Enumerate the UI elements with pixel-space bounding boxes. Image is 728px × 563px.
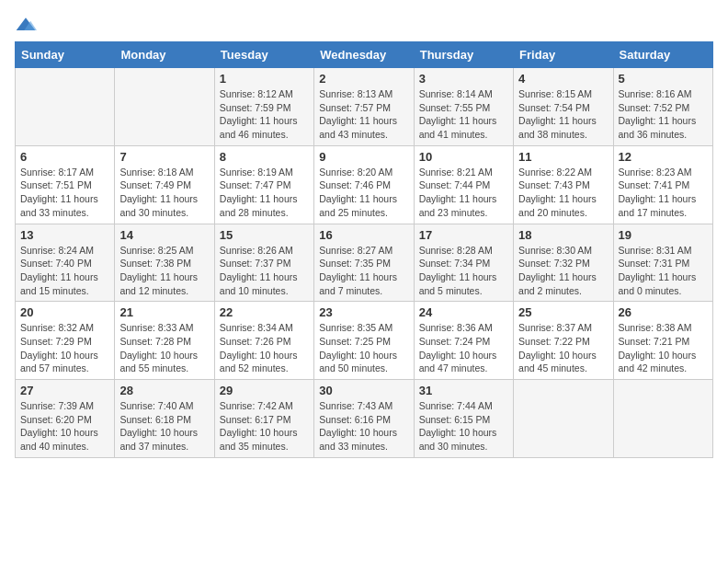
day-number: 25 [518, 305, 608, 319]
day-number: 10 [419, 150, 508, 164]
calendar-cell: 14Sunrise: 8:25 AM Sunset: 7:38 PM Dayli… [115, 224, 214, 302]
day-number: 8 [220, 150, 309, 164]
weekday-header-sunday: Sunday [16, 42, 115, 68]
calendar-cell: 2Sunrise: 8:13 AM Sunset: 7:57 PM Daylig… [314, 68, 414, 146]
calendar-cell [514, 380, 613, 458]
day-detail: Sunrise: 8:36 AM Sunset: 7:24 PM Dayligh… [419, 321, 508, 375]
day-number: 20 [20, 305, 109, 319]
logo [15, 15, 40, 34]
day-detail: Sunrise: 8:12 AM Sunset: 7:59 PM Dayligh… [220, 87, 309, 142]
calendar-cell: 24Sunrise: 8:36 AM Sunset: 7:24 PM Dayli… [414, 302, 513, 380]
calendar-cell: 29Sunrise: 7:42 AM Sunset: 6:17 PM Dayli… [214, 380, 313, 458]
week-row-1: 1Sunrise: 8:12 AM Sunset: 7:59 PM Daylig… [16, 68, 713, 146]
day-detail: Sunrise: 8:17 AM Sunset: 7:51 PM Dayligh… [20, 166, 109, 220]
day-number: 17 [419, 228, 508, 242]
week-row-3: 13Sunrise: 8:24 AM Sunset: 7:40 PM Dayli… [16, 224, 713, 302]
day-detail: Sunrise: 8:35 AM Sunset: 7:25 PM Dayligh… [319, 321, 408, 375]
day-number: 26 [619, 305, 708, 319]
calendar-cell: 30Sunrise: 7:43 AM Sunset: 6:16 PM Dayli… [314, 380, 414, 458]
logo-icon [15, 16, 37, 34]
calendar-cell: 31Sunrise: 7:44 AM Sunset: 6:15 PM Dayli… [414, 380, 513, 458]
day-number: 15 [220, 228, 309, 242]
weekday-header-row: SundayMondayTuesdayWednesdayThursdayFrid… [16, 42, 713, 68]
day-detail: Sunrise: 8:23 AM Sunset: 7:41 PM Dayligh… [619, 166, 708, 220]
day-detail: Sunrise: 8:28 AM Sunset: 7:34 PM Dayligh… [419, 244, 508, 298]
day-detail: Sunrise: 8:25 AM Sunset: 7:38 PM Dayligh… [119, 244, 209, 298]
calendar-cell: 26Sunrise: 8:38 AM Sunset: 7:21 PM Dayli… [613, 302, 712, 380]
day-detail: Sunrise: 8:14 AM Sunset: 7:55 PM Dayligh… [419, 87, 508, 142]
calendar-cell: 19Sunrise: 8:31 AM Sunset: 7:31 PM Dayli… [613, 224, 712, 302]
calendar-cell: 3Sunrise: 8:14 AM Sunset: 7:55 PM Daylig… [414, 68, 513, 146]
day-detail: Sunrise: 8:33 AM Sunset: 7:28 PM Dayligh… [119, 321, 209, 375]
day-detail: Sunrise: 8:18 AM Sunset: 7:49 PM Dayligh… [119, 166, 209, 220]
day-detail: Sunrise: 7:40 AM Sunset: 6:18 PM Dayligh… [119, 399, 209, 454]
day-number: 30 [319, 384, 408, 397]
calendar-cell: 27Sunrise: 7:39 AM Sunset: 6:20 PM Dayli… [16, 380, 115, 458]
day-detail: Sunrise: 7:43 AM Sunset: 6:16 PM Dayligh… [319, 399, 408, 454]
day-number: 7 [119, 150, 209, 164]
header [15, 15, 713, 34]
calendar-cell: 15Sunrise: 8:26 AM Sunset: 7:37 PM Dayli… [214, 224, 313, 302]
calendar-cell: 4Sunrise: 8:15 AM Sunset: 7:54 PM Daylig… [514, 68, 613, 146]
calendar-cell: 17Sunrise: 8:28 AM Sunset: 7:34 PM Dayli… [414, 224, 513, 302]
day-detail: Sunrise: 8:34 AM Sunset: 7:26 PM Dayligh… [220, 321, 309, 375]
day-number: 1 [220, 72, 309, 86]
day-detail: Sunrise: 8:19 AM Sunset: 7:47 PM Dayligh… [220, 166, 309, 220]
week-row-2: 6Sunrise: 8:17 AM Sunset: 7:51 PM Daylig… [16, 145, 713, 224]
day-number: 28 [119, 384, 209, 397]
day-detail: Sunrise: 8:21 AM Sunset: 7:44 PM Dayligh… [419, 166, 508, 220]
day-number: 11 [518, 150, 608, 164]
calendar-cell: 21Sunrise: 8:33 AM Sunset: 7:28 PM Dayli… [115, 302, 214, 380]
calendar-cell: 6Sunrise: 8:17 AM Sunset: 7:51 PM Daylig… [16, 145, 115, 224]
day-number: 13 [20, 228, 109, 242]
weekday-header-thursday: Thursday [414, 42, 513, 68]
day-detail: Sunrise: 7:42 AM Sunset: 6:17 PM Dayligh… [220, 399, 309, 454]
calendar-cell: 16Sunrise: 8:27 AM Sunset: 7:35 PM Dayli… [314, 224, 414, 302]
calendar-cell: 18Sunrise: 8:30 AM Sunset: 7:32 PM Dayli… [514, 224, 613, 302]
calendar-cell: 10Sunrise: 8:21 AM Sunset: 7:44 PM Dayli… [414, 145, 513, 224]
calendar-cell: 9Sunrise: 8:20 AM Sunset: 7:46 PM Daylig… [314, 145, 414, 224]
weekday-header-monday: Monday [115, 42, 214, 68]
day-number: 24 [419, 305, 508, 319]
day-detail: Sunrise: 8:37 AM Sunset: 7:22 PM Dayligh… [518, 321, 608, 375]
calendar-table: SundayMondayTuesdayWednesdayThursdayFrid… [15, 41, 713, 458]
day-number: 2 [319, 72, 408, 86]
calendar-cell [115, 68, 214, 146]
day-number: 14 [119, 228, 209, 242]
day-number: 9 [319, 150, 408, 164]
calendar-cell: 20Sunrise: 8:32 AM Sunset: 7:29 PM Dayli… [16, 302, 115, 380]
day-number: 18 [518, 228, 608, 242]
day-detail: Sunrise: 8:38 AM Sunset: 7:21 PM Dayligh… [619, 321, 708, 375]
day-number: 5 [619, 72, 708, 86]
day-detail: Sunrise: 8:27 AM Sunset: 7:35 PM Dayligh… [319, 244, 408, 298]
day-number: 22 [220, 305, 309, 319]
day-detail: Sunrise: 8:26 AM Sunset: 7:37 PM Dayligh… [220, 244, 309, 298]
weekday-header-wednesday: Wednesday [314, 42, 414, 68]
weekday-header-saturday: Saturday [613, 42, 712, 68]
calendar-cell: 11Sunrise: 8:22 AM Sunset: 7:43 PM Dayli… [514, 145, 613, 224]
day-detail: Sunrise: 8:20 AM Sunset: 7:46 PM Dayligh… [319, 166, 408, 220]
day-number: 4 [518, 72, 608, 86]
calendar-cell: 7Sunrise: 8:18 AM Sunset: 7:49 PM Daylig… [115, 145, 214, 224]
calendar-cell [613, 380, 712, 458]
day-number: 16 [319, 228, 408, 242]
calendar-cell: 22Sunrise: 8:34 AM Sunset: 7:26 PM Dayli… [214, 302, 313, 380]
day-detail: Sunrise: 8:30 AM Sunset: 7:32 PM Dayligh… [518, 244, 608, 298]
day-detail: Sunrise: 8:24 AM Sunset: 7:40 PM Dayligh… [20, 244, 109, 298]
day-detail: Sunrise: 7:39 AM Sunset: 6:20 PM Dayligh… [20, 399, 109, 454]
weekday-header-tuesday: Tuesday [214, 42, 313, 68]
day-number: 27 [20, 384, 109, 397]
calendar-cell: 5Sunrise: 8:16 AM Sunset: 7:52 PM Daylig… [613, 68, 712, 146]
calendar-cell: 25Sunrise: 8:37 AM Sunset: 7:22 PM Dayli… [514, 302, 613, 380]
week-row-5: 27Sunrise: 7:39 AM Sunset: 6:20 PM Dayli… [16, 380, 713, 458]
calendar-cell [16, 68, 115, 146]
day-detail: Sunrise: 8:32 AM Sunset: 7:29 PM Dayligh… [20, 321, 109, 375]
calendar-cell: 23Sunrise: 8:35 AM Sunset: 7:25 PM Dayli… [314, 302, 414, 380]
day-detail: Sunrise: 8:22 AM Sunset: 7:43 PM Dayligh… [518, 166, 608, 220]
day-number: 31 [419, 384, 508, 397]
day-detail: Sunrise: 8:31 AM Sunset: 7:31 PM Dayligh… [619, 244, 708, 298]
day-detail: Sunrise: 8:16 AM Sunset: 7:52 PM Dayligh… [619, 87, 708, 142]
calendar-cell: 12Sunrise: 8:23 AM Sunset: 7:41 PM Dayli… [613, 145, 712, 224]
day-detail: Sunrise: 7:44 AM Sunset: 6:15 PM Dayligh… [419, 399, 508, 454]
day-detail: Sunrise: 8:15 AM Sunset: 7:54 PM Dayligh… [518, 87, 608, 142]
